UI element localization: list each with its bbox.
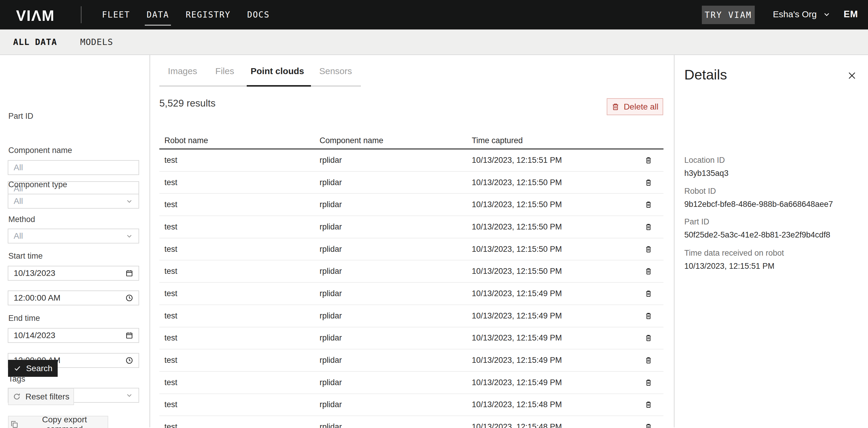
end-date-input[interactable]: 10/14/2023 <box>8 328 139 343</box>
table-row[interactable]: test rplidar 10/13/2023, 12:15:50 PM <box>159 260 663 283</box>
table-row[interactable]: test rplidar 10/13/2023, 12:15:49 PM <box>159 327 663 350</box>
cell-component-name: rplidar <box>314 267 467 276</box>
search-button[interactable]: Search <box>8 360 58 377</box>
component-name-label: Component name <box>8 146 72 155</box>
check-icon <box>13 364 22 372</box>
cell-component-name: rplidar <box>314 156 467 165</box>
close-icon[interactable] <box>847 70 857 81</box>
table-row[interactable]: test rplidar 10/13/2023, 12:15:49 PM <box>159 372 663 394</box>
cell-component-name: rplidar <box>314 400 467 409</box>
reset-filters-button[interactable]: Reset filters <box>8 388 74 405</box>
table-header: Robot name Component name Time captured <box>159 133 663 149</box>
nav-divider <box>81 6 82 23</box>
cell-robot-name: test <box>159 245 314 254</box>
cell-time-captured: 10/13/2023, 12:15:49 PM <box>467 333 633 343</box>
chevron-down-icon <box>125 391 133 399</box>
start-time-input[interactable]: 12:00:00 AM <box>8 290 139 305</box>
tab-sensors[interactable]: Sensors <box>319 66 352 76</box>
cell-component-name: rplidar <box>314 222 467 232</box>
chevron-down-icon <box>823 10 831 19</box>
start-time-value: 12:00:00 AM <box>14 293 60 303</box>
detail-robot-id: Robot ID 9b12ebcf-bfe8-486e-988b-6a66864… <box>684 187 833 209</box>
cell-robot-name: test <box>159 400 314 409</box>
row-delete-button[interactable] <box>633 267 663 275</box>
org-switcher[interactable]: Esha's Org <box>773 9 831 19</box>
cell-component-name: rplidar <box>314 289 467 298</box>
row-delete-button[interactable] <box>633 334 663 342</box>
method-select[interactable]: All <box>8 229 139 244</box>
cell-robot-name: test <box>159 222 314 232</box>
cell-robot-name: test <box>159 422 314 428</box>
cell-time-captured: 10/13/2023, 12:15:49 PM <box>467 311 633 320</box>
row-delete-button[interactable] <box>633 401 663 408</box>
table-row[interactable]: test rplidar 10/13/2023, 12:15:49 PM <box>159 349 663 372</box>
calendar-icon <box>125 332 133 339</box>
results-count: 5,529 results <box>159 97 216 109</box>
cell-robot-name: test <box>159 356 314 365</box>
col-component-name: Component name <box>314 136 467 145</box>
detail-part-id: Part ID 50f25de2-5a3c-41e2-8b81-23e2f9b4… <box>684 217 830 239</box>
user-avatar[interactable]: EM <box>844 9 858 20</box>
cell-time-captured: 10/13/2023, 12:15:51 PM <box>467 156 633 165</box>
table-row[interactable]: test rplidar 10/13/2023, 12:15:50 PM <box>159 194 663 216</box>
row-delete-button[interactable] <box>633 201 663 208</box>
row-delete-button[interactable] <box>633 156 663 164</box>
tab-models[interactable]: MODELS <box>80 37 113 47</box>
nav-link-data[interactable]: DATA <box>147 10 169 20</box>
clock-icon <box>125 294 133 302</box>
table-row[interactable]: test rplidar 10/13/2023, 12:15:49 PM <box>159 305 663 327</box>
component-type-label: Component type <box>8 180 67 189</box>
component-type-select[interactable]: All <box>8 194 139 209</box>
start-date-input[interactable]: 10/13/2023 <box>8 266 139 281</box>
method-value: All <box>14 231 23 241</box>
row-delete-button[interactable] <box>633 379 663 386</box>
delete-all-button[interactable]: Delete all <box>607 98 663 115</box>
trash-icon <box>645 423 652 428</box>
end-date-value: 10/14/2023 <box>14 331 55 340</box>
trash-icon <box>645 156 652 164</box>
trash-icon <box>645 290 652 297</box>
refresh-icon <box>13 393 21 401</box>
cell-time-captured: 10/13/2023, 12:15:50 PM <box>467 245 633 254</box>
chevron-down-icon <box>125 232 133 240</box>
tab-images[interactable]: Images <box>168 66 197 76</box>
row-delete-button[interactable] <box>633 179 663 186</box>
row-delete-button[interactable] <box>633 290 663 297</box>
start-date-value: 10/13/2023 <box>14 268 55 278</box>
data-main-panel: Images Files Point clouds Sensors 5,529 … <box>150 55 674 427</box>
table-row[interactable]: test rplidar 10/13/2023, 12:15:50 PM <box>159 172 663 194</box>
cell-robot-name: test <box>159 156 314 165</box>
table-row[interactable]: test rplidar 10/13/2023, 12:15:51 PM <box>159 149 663 172</box>
row-delete-button[interactable] <box>633 312 663 320</box>
tab-point-clouds[interactable]: Point clouds <box>251 66 304 76</box>
row-delete-button[interactable] <box>633 423 663 428</box>
row-delete-button[interactable] <box>633 223 663 231</box>
copy-export-command-button[interactable]: Copy export command <box>8 416 108 428</box>
cell-time-captured: 10/13/2023, 12:15:49 PM <box>467 289 633 298</box>
component-name-input[interactable]: All <box>8 160 139 175</box>
cell-time-captured: 10/13/2023, 12:15:49 PM <box>467 378 633 387</box>
col-time-captured: Time captured <box>467 136 633 145</box>
table-row[interactable]: test rplidar 10/13/2023, 12:15:50 PM <box>159 238 663 261</box>
viam-logo[interactable]: VIΛM <box>16 7 55 24</box>
trash-icon <box>645 401 652 408</box>
nav-link-fleet[interactable]: FLEET <box>102 10 130 20</box>
nav-link-docs[interactable]: DOCS <box>247 10 270 20</box>
table-row[interactable]: test rplidar 10/13/2023, 12:15:48 PM <box>159 416 663 428</box>
part-id-label: Part ID <box>8 112 33 121</box>
org-name: Esha's Org <box>773 9 816 19</box>
table-row[interactable]: test rplidar 10/13/2023, 12:15:49 PM <box>159 283 663 305</box>
tab-files[interactable]: Files <box>215 66 234 76</box>
cell-component-name: rplidar <box>314 356 467 365</box>
row-delete-button[interactable] <box>633 356 663 364</box>
try-viam-button[interactable]: TRY VIAM <box>702 6 755 24</box>
tab-all-data[interactable]: ALL DATA <box>13 37 57 47</box>
cell-time-captured: 10/13/2023, 12:15:48 PM <box>467 422 633 428</box>
component-type-value: All <box>14 196 23 206</box>
nav-link-registry[interactable]: REGISTRY <box>186 10 231 20</box>
row-delete-button[interactable] <box>633 246 663 253</box>
data-subnav: ALL DATA MODELS <box>0 29 868 55</box>
cell-time-captured: 10/13/2023, 12:15:50 PM <box>467 267 633 276</box>
table-row[interactable]: test rplidar 10/13/2023, 12:15:50 PM <box>159 216 663 238</box>
table-row[interactable]: test rplidar 10/13/2023, 12:15:48 PM <box>159 394 663 417</box>
